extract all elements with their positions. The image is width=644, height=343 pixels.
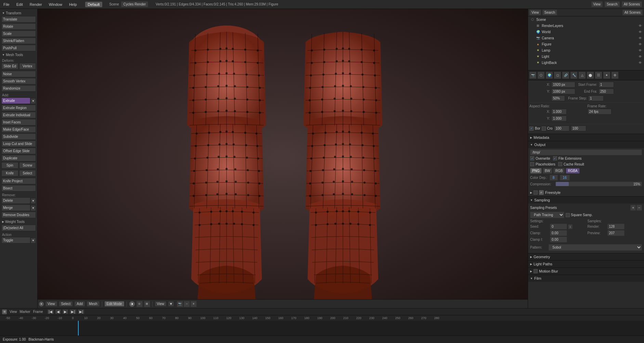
start-frame-input[interactable]	[599, 82, 614, 88]
select-menu-btn[interactable]: Select	[59, 301, 73, 307]
delete-btn[interactable]: Delete	[1, 197, 30, 204]
rgb-btn[interactable]: RGB	[553, 168, 565, 174]
knife-project-btn[interactable]: Knife Project	[1, 178, 36, 184]
texture-prop-icon[interactable]: ☷	[595, 71, 602, 79]
outliner-view-btn[interactable]: View	[529, 10, 541, 15]
output-path-input[interactable]	[530, 149, 642, 155]
render-samples-input[interactable]	[607, 224, 625, 229]
playhead[interactable]	[78, 321, 79, 335]
metadata-section-header[interactable]: ▶ Metadata	[528, 134, 644, 141]
film-section-header[interactable]: ▼ Film	[528, 275, 644, 282]
outliner-item-renderlayers[interactable]: ⊞ RenderLayers 👁	[528, 23, 644, 29]
extrude-region-btn[interactable]: Extrude Region	[1, 105, 36, 111]
edit-mode-btn[interactable]: Edit Mode	[104, 301, 124, 307]
weight-tools-section[interactable]: ▶ Weight Tools	[1, 219, 36, 225]
light-eye-icon[interactable]: 👁	[639, 55, 642, 58]
timeline-marker-label[interactable]: Marker	[20, 310, 30, 314]
pushpull-btn[interactable]: PushPull	[1, 45, 36, 51]
crop-val-input[interactable]	[571, 126, 586, 131]
frame-step-input[interactable]	[588, 95, 604, 101]
search-btn[interactable]: Search	[605, 1, 620, 7]
bw-btn[interactable]: BW	[543, 168, 552, 174]
noise-btn[interactable]: Noise	[1, 71, 36, 77]
scale-btn[interactable]: Scale	[1, 30, 36, 37]
outliner-item-scene[interactable]: ⬡ Scene	[528, 16, 644, 23]
preset-remove-btn[interactable]: −	[636, 205, 642, 211]
extrude-arrow-btn[interactable]: ▼	[30, 98, 36, 104]
frame-rate-input[interactable]	[588, 109, 612, 115]
resolution-x-input[interactable]	[551, 82, 575, 88]
pattern-dropdown[interactable]: Sobol	[549, 244, 642, 251]
border-checkbox[interactable]	[529, 127, 534, 131]
merge-btn[interactable]: Merge	[1, 205, 30, 211]
extrude-btn[interactable]: Extrude	[1, 97, 30, 104]
jump-end-btn[interactable]: ▶|	[78, 309, 85, 314]
view-btn[interactable]: View	[591, 1, 603, 7]
workspace-tab-default[interactable]: Default	[85, 2, 103, 7]
snap-icon[interactable]: ⊞	[144, 301, 150, 307]
path-tracing-dropdown[interactable]: Path Tracing	[530, 212, 564, 218]
mesh-menu-btn[interactable]: Mesh	[87, 301, 100, 307]
render-prop-icon[interactable]: 📷	[529, 71, 537, 79]
light-paths-section-header[interactable]: ▶ Light Paths	[528, 260, 644, 267]
clamp-i-input[interactable]	[550, 237, 567, 242]
outliner-search-btn[interactable]: Search	[542, 10, 557, 15]
extrude-individual-btn[interactable]: Extrude Individual	[1, 112, 36, 118]
motion-blur-section-header[interactable]: ▶ Motion Blur	[528, 267, 644, 275]
lightback-eye-icon[interactable]: 👁	[639, 61, 642, 65]
remove-doubles-btn[interactable]: Remove Doubles	[1, 212, 36, 218]
renderlayers-eye-icon[interactable]: 👁	[639, 24, 642, 28]
color-depth-val1[interactable]: 8	[550, 175, 558, 181]
freestyle-checkbox[interactable]	[534, 190, 538, 195]
menu-edit[interactable]: Edit	[15, 2, 24, 7]
viewport[interactable]: ● View Select Add Mesh Edit Mode ◑ ⊙ ⊞ V…	[38, 9, 528, 308]
viewport-overlay-icon[interactable]: ⊙	[136, 301, 143, 307]
pct-input[interactable]	[551, 95, 565, 101]
lamp-eye-icon[interactable]: 👁	[639, 49, 642, 52]
modifier-prop-icon[interactable]: 🔧	[570, 71, 578, 79]
add-menu-btn[interactable]: Add	[74, 301, 85, 307]
smooth-vertex-btn[interactable]: Smooth Vertex	[1, 78, 36, 84]
view-menu-btn[interactable]: View	[45, 301, 57, 307]
aspect-y-input[interactable]	[551, 116, 567, 121]
play-btn[interactable]: ▶	[62, 309, 68, 314]
preset-add-btn[interactable]: +	[630, 205, 636, 211]
toggle-arrow-btn[interactable]: ▼	[30, 238, 36, 243]
constraint-prop-icon[interactable]: 🔗	[562, 71, 569, 79]
all-scenes-btn[interactable]: All Scenes	[622, 1, 642, 7]
outliner-item-camera[interactable]: 📷 Camera 👁	[528, 35, 644, 41]
duplicate-btn[interactable]: Duplicate	[1, 155, 36, 161]
data-prop-icon[interactable]: △	[578, 71, 586, 79]
timeline-track[interactable]: -50 -40 -30 -20 -10 0 10 20 30 40 50 60 …	[0, 315, 644, 335]
merge-arrow-btn[interactable]: ▼	[30, 205, 36, 211]
placeholder-checkbox[interactable]	[530, 162, 534, 166]
world-eye-icon[interactable]: 👁	[639, 30, 642, 34]
jump-next-btn[interactable]: ▶|	[69, 309, 77, 314]
viewport-shading-icon[interactable]: ◑	[129, 301, 135, 307]
slide-ed-btn[interactable]: Slide Ed	[1, 63, 18, 69]
view-btn[interactable]: View	[155, 301, 167, 307]
end-frame-input[interactable]	[599, 89, 614, 94]
screw-btn[interactable]: Screw	[19, 162, 36, 169]
outliner-all-scenes-btn[interactable]: All Scenes	[622, 10, 643, 15]
inset-faces-btn[interactable]: Inset Faces	[1, 119, 36, 126]
spin-btn[interactable]: Spin	[1, 162, 18, 169]
seed-input[interactable]	[550, 224, 567, 229]
menu-render[interactable]: Render	[28, 2, 43, 7]
preview-input[interactable]	[607, 230, 625, 236]
file-ext-checkbox[interactable]	[553, 156, 557, 160]
subdivide-btn[interactable]: Subdivide	[1, 133, 36, 140]
sampling-section-header[interactable]: ▼ Sampling	[528, 196, 644, 203]
render-engine-dropdown[interactable]: Cycles Render	[121, 1, 148, 7]
square-samples-checkbox[interactable]	[566, 213, 570, 217]
3d-viewport[interactable]: ● View Select Add Mesh Edit Mode ◑ ⊙ ⊞ V…	[38, 9, 528, 308]
outliner-item-lightback[interactable]: ☀ LightBack 👁	[528, 60, 644, 66]
cache-checkbox[interactable]	[558, 162, 562, 166]
menu-help[interactable]: Help	[68, 2, 78, 7]
frame-label[interactable]: Frame	[33, 310, 43, 314]
toggle-btn[interactable]: Toggle	[1, 237, 30, 243]
camera-icon[interactable]: 📷	[177, 301, 183, 307]
output-section-header[interactable]: ▼ Output	[528, 141, 644, 148]
crop-checkbox[interactable]	[542, 127, 546, 131]
world-prop-icon[interactable]: 🌍	[546, 71, 553, 79]
